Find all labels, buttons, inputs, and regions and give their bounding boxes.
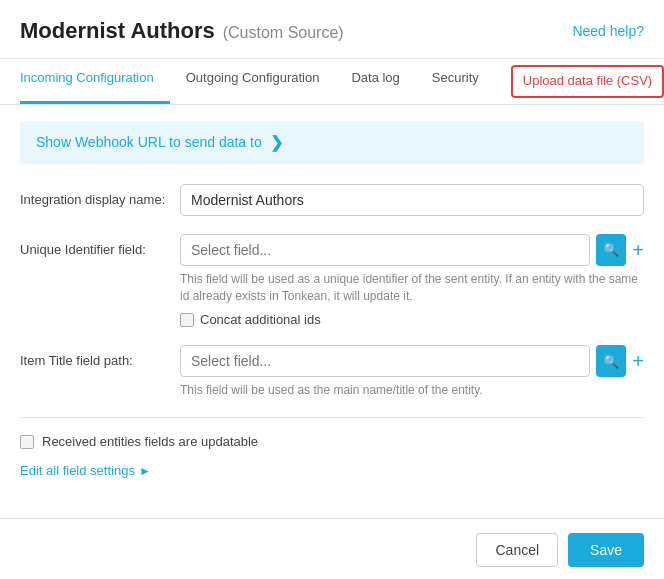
tab-security[interactable]: Security (432, 59, 495, 104)
search-icon: 🔍 (603, 242, 619, 257)
page-subtitle: (Custom Source) (223, 24, 344, 42)
item-title-hint: This field will be used as the main name… (180, 382, 644, 399)
updatable-checkbox[interactable] (20, 435, 34, 449)
footer-buttons: Cancel Save (0, 518, 664, 579)
item-title-select[interactable] (180, 345, 590, 377)
updatable-label: Received entities fields are updatable (42, 434, 258, 449)
item-title-label: Item Title field path: (20, 345, 180, 368)
page-header: Modernist Authors (Custom Source) Need h… (0, 0, 664, 59)
concat-checkbox[interactable] (180, 313, 194, 327)
unique-id-search-button[interactable]: 🔍 (596, 234, 626, 266)
main-content: Show Webhook URL to send data to ❯ Integ… (0, 105, 664, 498)
tabs-bar: Incoming Configuration Outgoing Configur… (0, 59, 664, 105)
tab-outgoing[interactable]: Outgoing Configuration (186, 59, 336, 104)
concat-row: Concat additional ids (180, 312, 644, 327)
edit-arrow-icon: ► (139, 464, 151, 478)
item-title-select-wrap: 🔍 + (180, 345, 644, 377)
divider (20, 417, 644, 418)
need-help-link[interactable]: Need help? (572, 23, 644, 39)
display-name-label: Integration display name: (20, 184, 180, 207)
updatable-row: Received entities fields are updatable (20, 434, 644, 449)
tab-incoming[interactable]: Incoming Configuration (20, 59, 170, 104)
edit-all-fields-link[interactable]: Edit all field settings ► (20, 463, 644, 478)
item-title-add-button[interactable]: + (632, 351, 644, 371)
item-title-search-button[interactable]: 🔍 (596, 345, 626, 377)
search-icon-2: 🔍 (603, 354, 619, 369)
webhook-banner-label: Show Webhook URL to send data to (36, 134, 262, 150)
concat-label: Concat additional ids (200, 312, 321, 327)
display-name-control (180, 184, 644, 216)
unique-id-add-button[interactable]: + (632, 240, 644, 260)
tab-upload-csv[interactable]: Upload data file (CSV) (511, 65, 664, 98)
unique-id-row: Unique Identifier field: 🔍 + This field … (20, 234, 644, 328)
edit-all-fields-label: Edit all field settings (20, 463, 135, 478)
display-name-row: Integration display name: (20, 184, 644, 216)
unique-id-hint: This field will be used as a unique iden… (180, 271, 644, 305)
webhook-banner[interactable]: Show Webhook URL to send data to ❯ (20, 121, 644, 164)
tab-datalog[interactable]: Data log (351, 59, 415, 104)
item-title-control: 🔍 + This field will be used as the main … (180, 345, 644, 399)
cancel-button[interactable]: Cancel (476, 533, 558, 567)
display-name-input[interactable] (180, 184, 644, 216)
item-title-row: Item Title field path: 🔍 + This field wi… (20, 345, 644, 399)
unique-id-select[interactable] (180, 234, 590, 266)
unique-id-label: Unique Identifier field: (20, 234, 180, 257)
save-button[interactable]: Save (568, 533, 644, 567)
webhook-arrow-icon: ❯ (270, 133, 283, 152)
unique-id-select-wrap: 🔍 + (180, 234, 644, 266)
unique-id-control: 🔍 + This field will be used as a unique … (180, 234, 644, 328)
page-title: Modernist Authors (20, 18, 215, 44)
